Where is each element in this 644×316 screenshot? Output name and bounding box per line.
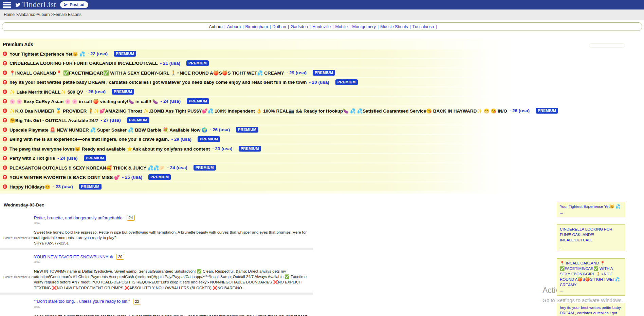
premium-ad-title[interactable]: Happy HOlidays😊	[10, 184, 50, 190]
premium-ad-row[interactable]: ⇧ The pawg that everyone loves😼 Ready an…	[0, 144, 644, 153]
up-arrow-icon: ⇧	[3, 90, 7, 94]
city-separator: |	[410, 24, 411, 29]
premium-ad-title[interactable]: Party with 2 Hot girls	[10, 156, 55, 161]
sidebar-ad-box[interactable]: Your Tightest Experience Yet😼 💦 ...	[557, 202, 625, 217]
premium-ad-row[interactable]: ⇧ 📍INCALL OAKLAND📍 ✅FACETIME/CAR✅ WITH A…	[0, 68, 644, 77]
listing-posted-date: Posted: December 3, 2025	[3, 275, 29, 279]
premium-ad-row[interactable]: ⇧ CINDERELLA LOOKING FOR FUN!!! OAKLAND!…	[0, 59, 644, 67]
premium-sidebar: Your Tightest Experience Yet😼 💦 ... CIND…	[557, 202, 625, 316]
premium-ad-title[interactable]: PLEASANTON OUTCALLS !! SEXY KOREAN🥰 THIC…	[10, 165, 165, 171]
city-separator: |	[288, 24, 289, 29]
city-link[interactable]: Tuscaloosa	[412, 24, 434, 29]
premium-ad-age-location: - 23 (usa)	[212, 146, 232, 151]
premium-badge: PREMIUM	[194, 165, 216, 171]
listing-title-link[interactable]: Petite, brunette, and dangerously unforg…	[34, 216, 124, 220]
up-arrow-icon: ⇧	[3, 71, 7, 75]
premium-ad-age-location: - 24 (usa)	[161, 99, 181, 104]
sidebar-ad-title[interactable]: CINDERELLA LOOKING FOR FUN!!! OAKLAND!!!…	[560, 226, 622, 243]
premium-ad-row[interactable]: ⇧ ✨ Lake Merritt INCALL✨ $80 QV - 28 (us…	[0, 87, 644, 96]
sidebar-ad-box[interactable]: 📍 INCALL OAKLAND 📍 ✅FACETIME/CAR✅ WITH A…	[557, 258, 625, 296]
up-arrow-icon: ⇧	[3, 175, 7, 179]
city-link[interactable]: Dothan	[273, 24, 286, 29]
premium-ad-row[interactable]: ⇧ Happy HOlidays😊 - 23 (usa) PREMIUM	[0, 182, 644, 191]
sidebar-ad-title[interactable]: hey its your best wettes petite baby DRE…	[560, 305, 622, 316]
city-link[interactable]: Auburn	[227, 24, 241, 29]
post-ad-button[interactable]: Post ad	[60, 1, 88, 8]
premium-ad-row[interactable]: ⇧ ✨K.O Daa NUMBER 🥇 PROVIDER 🧍✨💕AMAZING …	[0, 106, 644, 115]
sidebar-ad-box[interactable]: hey its your best wettes petite baby DRE…	[557, 303, 625, 316]
premium-ad-row[interactable]: ⇧ 🌸 🌸 Sexy CuRvy Asian 🌸 🌸 in call 🍑 vis…	[0, 97, 644, 105]
premium-ad-title[interactable]: hey its your best wettes petite baby DRE…	[10, 80, 307, 85]
listing-country: USA	[34, 261, 313, 264]
premium-ad-row[interactable]: ⇧ Upscale Playmate 🚨 NEW NUMBER 💦 Super …	[0, 125, 644, 134]
premium-ad-age-location: - 24 (usa)	[57, 156, 77, 161]
up-arrow-icon: ⇧	[3, 118, 7, 122]
premium-ad-row[interactable]: ⇧ hey its your best wettes petite baby D…	[0, 78, 644, 86]
city-link[interactable]: Huntsville	[312, 24, 331, 29]
premium-badge: PREMIUM	[313, 70, 335, 76]
premium-ad-row[interactable]: ⇧ PLEASANTON OUTCALLS !! SEXY KOREAN🥰 TH…	[0, 163, 644, 172]
premium-ad-title[interactable]: ✨K.O Daa NUMBER 🥇 PROVIDER 🧍✨💕AMAZING Th…	[10, 108, 507, 114]
premium-ad-title[interactable]: 🌸 🌸 Sexy CuRvy Asian 🌸 🌸 in call 🍑 visit…	[10, 99, 158, 104]
premium-badge: PREMIUM	[239, 146, 261, 152]
sidebar-ad-more: ...	[560, 288, 622, 293]
breadcrumb[interactable]: Home >Alabama>Auburn >Female Escorts	[4, 12, 81, 17]
up-arrow-icon: ⇧	[3, 184, 7, 189]
premium-ad-row[interactable]: ⇧ 🤗Big Tits Girl - OUTCALL Available 24/…	[0, 116, 644, 124]
date-heading: Wednesday-03-Dec	[0, 202, 644, 208]
premium-ad-title[interactable]: CINDERELLA LOOKING FOR FUN!!! OAKLAND!!!…	[10, 61, 158, 66]
up-arrow-icon: ⇧	[3, 52, 7, 56]
premium-badge: PREMIUM	[112, 89, 134, 95]
premium-ad-age-location: - 23 (usa)	[53, 184, 73, 189]
premium-ad-title[interactable]: 📍INCALL OAKLAND📍 ✅FACETIME/CAR✅ WITH A S…	[10, 70, 284, 76]
listing-photo[interactable]	[3, 212, 28, 235]
listing-photo[interactable]	[3, 251, 28, 274]
premium-ad-age-location: - 26 (usa)	[510, 108, 530, 113]
listing-posted-date: Posted: December 3, 2025	[3, 236, 29, 240]
premium-ad-title[interactable]: Upscale Playmate 🚨 NEW NUMBER 💦 Super So…	[10, 127, 207, 133]
city-separator: |	[270, 24, 271, 29]
premium-ad-title[interactable]: YOUR WINTER FAVORITE IS BACK DONT MISS 💕	[10, 175, 120, 180]
hamburger-menu-icon[interactable]	[3, 2, 11, 8]
sidebar-ad-title[interactable]: 📍 INCALL OAKLAND 📍 ✅FACETIME/CAR✅ WITH A…	[560, 260, 622, 288]
city-link[interactable]: Gadsden	[291, 24, 308, 29]
premium-ad-title[interactable]: ✨ Lake Merritt INCALL✨ $80 QV	[10, 89, 83, 95]
listing-title-link[interactable]: *"Don't stare too long… unless you're re…	[34, 299, 130, 304]
sidebar-ad-box[interactable]: CINDERELLA LOOKING FOR FUN!!! OAKLAND!!!…	[557, 224, 625, 251]
premium-ad-age-location: - 21 (usa)	[160, 61, 180, 66]
listing-country: USA	[34, 305, 313, 309]
premium-badge: PREMIUM	[114, 51, 136, 57]
premium-ad-title[interactable]: 🤗Big Tits Girl - OUTCALL Available 24/7	[10, 118, 98, 123]
city-link[interactable]: Birmingham	[245, 24, 268, 29]
premium-ads-section: Premium Ads ⇧ Your Tightest Experience Y…	[0, 39, 644, 194]
up-arrow-icon: ⇧	[3, 156, 7, 160]
city-links-box: Auburn | Auburn | Birmingham | Dothan | …	[2, 22, 642, 31]
premium-ad-age-location: - 29 (usa)	[287, 70, 307, 75]
sidebar-ad-title[interactable]: Your Tightest Experience Yet😼 💦	[560, 204, 622, 209]
premium-ad-row[interactable]: ⇧ Your Tightest Experience Yet😼 💦 - 22 (…	[0, 50, 644, 58]
premium-ad-row[interactable]: ⇧ Being with me is an experience—one tha…	[0, 135, 644, 143]
listing-title-link[interactable]: YOUR NEW FAVORITE SNOWBUNNY ❄	[34, 254, 113, 259]
city-link[interactable]: Muscle Shoals	[380, 24, 408, 29]
premium-ad-title[interactable]: Your Tightest Experience Yet😼 💦	[10, 51, 85, 57]
listing-photo[interactable]	[3, 296, 28, 316]
listings-list: Posted: December 3, 2025 Petite, brunett…	[0, 211, 313, 316]
city-link[interactable]: Montgomery	[352, 24, 376, 29]
premium-ad-row[interactable]: ⇧ YOUR WINTER FAVORITE IS BACK DONT MISS…	[0, 173, 644, 181]
city-link[interactable]: Mobile	[335, 24, 348, 29]
brand-name: TinderList	[22, 0, 56, 9]
premium-badge: PREMIUM	[187, 98, 209, 104]
listing-country: USA	[34, 222, 313, 225]
premium-ad-row[interactable]: ⇧ Party with 2 Hot girls - 24 (usa) PREM…	[0, 154, 644, 162]
premium-badge: PREMIUM	[198, 136, 220, 142]
premium-ad-title[interactable]: Being with me is an experience—one that …	[10, 137, 169, 142]
site-logo[interactable]: TinderList	[15, 0, 56, 9]
premium-ad-title[interactable]: The pawg that everyone loves😼 Ready and …	[10, 146, 210, 152]
city-separator: |	[436, 24, 437, 29]
premium-badge: PREMIUM	[127, 117, 149, 123]
city-links: Auburn | Birmingham | Dothan | Gadsden |…	[225, 24, 437, 29]
premium-badge: PREMIUM	[79, 184, 102, 190]
premium-ad-age-location: - 24 (usa)	[167, 165, 187, 170]
premium-ad-age-location: - 27 (usa)	[100, 118, 121, 123]
up-arrow-icon: ⇧	[3, 61, 7, 65]
